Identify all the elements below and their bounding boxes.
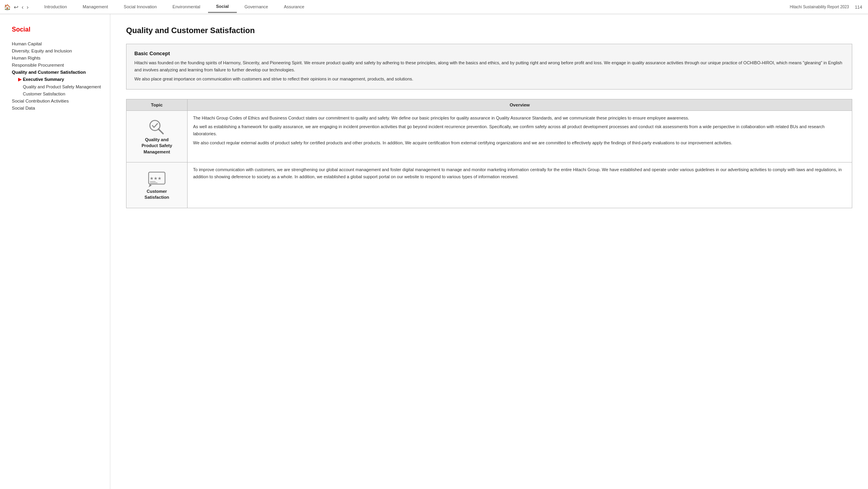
- sidebar-item-responsible-procurement[interactable]: Responsible Procurement: [12, 62, 102, 69]
- sidebar-item-social-contribution[interactable]: Social Contribution Activities: [12, 97, 102, 105]
- svg-line-1: [158, 129, 163, 134]
- nav-tabs: Introduction Management Social Innovatio…: [36, 1, 786, 13]
- quality-icon-container: Quality andProduct SafetyManagement: [132, 115, 182, 158]
- sidebar-item-customer-satisfaction[interactable]: Customer Satisfaction: [12, 90, 102, 97]
- sidebar: Social Human Capital Diversity, Equity a…: [0, 14, 110, 489]
- sidebar-item-quality-safety-mgmt[interactable]: Quality and Product Safety Management: [12, 83, 102, 90]
- main-layout: Social Human Capital Diversity, Equity a…: [0, 14, 868, 489]
- customer-para-1: To improve communication with customers,…: [193, 166, 846, 180]
- main-table: Topic Overview: [126, 99, 852, 208]
- top-bar: 🏠 ↩ ‹ › Introduction Management Social I…: [0, 0, 868, 14]
- content-area: Quality and Customer Satisfaction Basic …: [110, 14, 868, 489]
- concept-paragraph-2: We also place great importance on commun…: [134, 76, 844, 83]
- sidebar-title: Social: [12, 26, 102, 33]
- magnifier-checkmark-icon: [147, 118, 166, 137]
- forward-icon[interactable]: ›: [27, 4, 29, 10]
- toolbar-icons: 🏠 ↩ ‹ ›: [4, 4, 28, 10]
- overview-cell-quality: The Hitachi Group Codes of Ethics and Bu…: [188, 110, 852, 162]
- page-number: 114: [853, 5, 864, 9]
- tab-introduction[interactable]: Introduction: [36, 1, 74, 13]
- sidebar-item-human-capital[interactable]: Human Capital: [12, 40, 102, 47]
- quality-para-3: We also conduct regular external audits …: [193, 140, 846, 147]
- quality-para-2: As well as establishing a framework for …: [193, 123, 846, 137]
- topic-cell-customer: ★★★ CustomerSatisfaction: [126, 162, 188, 208]
- topic-cell-quality: Quality andProduct SafetyManagement: [126, 110, 188, 162]
- back-icon[interactable]: ‹: [22, 4, 24, 10]
- page-title: Quality and Customer Satisfaction: [126, 26, 852, 35]
- undo-icon[interactable]: ↩: [14, 4, 19, 10]
- sidebar-item-diversity[interactable]: Diversity, Equity and Inclusion: [12, 47, 102, 54]
- tab-social-innovation[interactable]: Social Innovation: [116, 1, 165, 13]
- sidebar-item-quality[interactable]: Quality and Customer Satisfaction: [12, 69, 102, 76]
- svg-text:★★★: ★★★: [150, 176, 162, 181]
- tab-assurance[interactable]: Assurance: [276, 1, 312, 13]
- concept-paragraph-1: Hitachi was founded on the founding spir…: [134, 60, 844, 73]
- svg-marker-3: [149, 184, 152, 187]
- overview-cell-customer: To improve communication with customers,…: [188, 162, 852, 208]
- table-header-overview: Overview: [188, 99, 852, 110]
- tab-management[interactable]: Management: [75, 1, 116, 13]
- home-icon[interactable]: 🏠: [4, 4, 11, 10]
- stars-rating-icon: ★★★: [147, 170, 166, 189]
- tab-governance[interactable]: Governance: [237, 1, 276, 13]
- tab-environmental[interactable]: Environmental: [165, 1, 208, 13]
- quality-para-1: The Hitachi Group Codes of Ethics and Bu…: [193, 115, 846, 122]
- concept-box-title: Basic Concept: [134, 50, 844, 56]
- topic-name-quality: Quality andProduct SafetyManagement: [141, 137, 172, 155]
- table-row-quality: Quality andProduct SafetyManagement The …: [126, 110, 852, 162]
- tab-social[interactable]: Social: [208, 1, 236, 13]
- topic-name-customer: CustomerSatisfaction: [145, 189, 169, 201]
- table-header-topic: Topic: [126, 99, 188, 110]
- concept-box: Basic Concept Hitachi was founded on the…: [126, 44, 852, 90]
- table-row-customer: ★★★ CustomerSatisfaction To improve comm…: [126, 162, 852, 208]
- sidebar-item-social-data[interactable]: Social Data: [12, 105, 102, 112]
- report-label: Hitachi Sustainability Report 2023: [786, 5, 853, 9]
- arrow-icon: ▶: [18, 77, 21, 82]
- sidebar-item-human-rights[interactable]: Human Rights: [12, 54, 102, 62]
- customer-icon-container: ★★★ CustomerSatisfaction: [132, 166, 182, 204]
- sidebar-item-executive-summary[interactable]: ▶Executive Summary: [12, 76, 102, 83]
